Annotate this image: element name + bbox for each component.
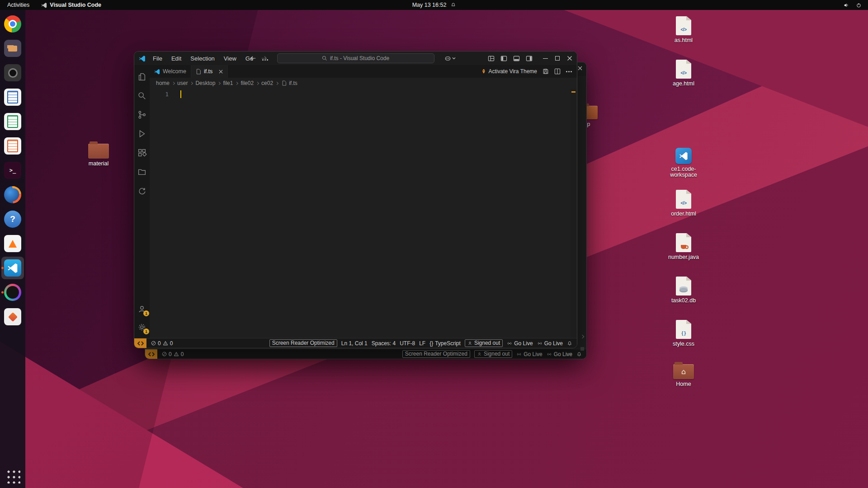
remote-explorer-icon[interactable] (137, 166, 147, 177)
chevron-right-icon (235, 81, 238, 84)
tab-welcome[interactable]: Welcome (150, 65, 191, 78)
accounts-icon[interactable]: 1 (137, 304, 147, 314)
activate-theme-button[interactable]: Activate Vira Theme (481, 68, 537, 75)
braces-icon: {} (429, 340, 433, 347)
account-status[interactable]: Signed out (465, 339, 503, 347)
dock-item-calc[interactable] (1, 110, 24, 133)
close-icon[interactable] (577, 66, 583, 71)
desktop-icon-task02-db[interactable]: task02.db (659, 277, 708, 304)
encoding-status[interactable]: UTF-8 (400, 340, 415, 347)
indentation-status[interactable]: Spaces: 4 (372, 340, 396, 347)
tab-if-ts[interactable]: if.ts (191, 65, 228, 78)
menu-edit[interactable]: Edit (168, 54, 185, 63)
cursor-position-status[interactable]: Ln 1, Col 1 (341, 340, 368, 347)
desktop-icon-number-java[interactable]: number.java (659, 233, 708, 260)
problems-status[interactable]: 0 0 (151, 340, 173, 347)
dock-item-help[interactable]: ? (1, 208, 24, 230)
chevron-right-icon (256, 81, 259, 84)
copilot-menu-icon[interactable] (444, 55, 456, 62)
menu-selection[interactable]: Selection (187, 54, 218, 63)
close-button[interactable] (567, 56, 572, 61)
focused-app-name[interactable]: Visual Studio Code (37, 2, 106, 8)
go-live-button[interactable]: Go Live (507, 340, 533, 347)
scroll-arrow-icon[interactable] (580, 335, 584, 338)
editor-area[interactable]: 1 (150, 89, 577, 338)
dock-item-ide[interactable] (1, 281, 24, 304)
screen-reader-status[interactable]: Screen Reader Optimized (269, 339, 337, 347)
desktop-icon-style-css[interactable]: { } style.css (659, 320, 708, 347)
split-editor-icon[interactable] (554, 68, 561, 75)
toggle-sidebar-icon[interactable] (500, 55, 507, 62)
maximize-button[interactable] (555, 56, 560, 61)
activity-bar: 1 1 (134, 65, 150, 338)
dock-item-impress[interactable] (1, 135, 24, 157)
remote-indicator[interactable] (145, 349, 157, 359)
show-applications-grid-icon[interactable] (5, 468, 20, 483)
more-actions-icon[interactable] (566, 71, 572, 72)
notifications-bell-icon[interactable] (576, 352, 582, 357)
breadcrumb-item[interactable]: Desktop (195, 80, 215, 86)
breadcrumb-item[interactable]: file1 (223, 80, 233, 86)
breadcrumb-item[interactable]: user (177, 80, 188, 86)
account-status[interactable]: Signed out (474, 350, 512, 358)
screen-reader-status[interactable]: Screen Reader Optimized (402, 350, 470, 358)
breadcrumb-item[interactable]: ce02 (261, 80, 273, 86)
extensions-icon[interactable] (137, 147, 147, 158)
chevron-right-icon (217, 81, 221, 84)
dock-item-terminal[interactable]: >_ (1, 159, 24, 182)
search-icon[interactable] (137, 90, 147, 101)
desktop-icon-order-html[interactable]: </> order.html (659, 190, 708, 217)
statusbar: 0 0 Screen Reader Optimized Ln 1, Col 1 … (134, 338, 577, 348)
breadcrumb-item[interactable]: home (156, 80, 170, 86)
notification-bell-icon (450, 2, 456, 8)
dock-item-vscode[interactable] (1, 257, 24, 279)
breadcrumb-item[interactable]: file02 (241, 80, 254, 86)
dock-item-writer[interactable] (1, 86, 24, 108)
clock-button[interactable]: May 13 16:52 (412, 2, 456, 8)
desktop-icon-as-html[interactable]: </> as.html (659, 16, 708, 43)
go-live-button[interactable]: Go Live (516, 351, 542, 357)
run-debug-icon[interactable] (137, 128, 147, 139)
dock-item-software[interactable] (1, 305, 24, 328)
breadcrumb-item-file[interactable]: if.ts (289, 80, 297, 86)
minimap[interactable] (571, 89, 577, 338)
language-status[interactable]: {} TypeScript (429, 340, 461, 347)
html-file-icon: </> (676, 190, 691, 209)
spreadsheet-icon (4, 113, 21, 130)
command-center-search[interactable]: if.ts - Visual Studio Code (277, 53, 434, 63)
source-control-icon[interactable] (137, 109, 147, 120)
go-live-button[interactable]: Go Live (537, 340, 563, 347)
desktop-icon-home[interactable]: ⌂ Home (659, 361, 708, 387)
minimap-cursor-mark (571, 91, 576, 93)
dock-item-files[interactable] (1, 37, 24, 60)
system-status-area[interactable] (843, 2, 868, 8)
desktop-icon-material[interactable]: material (74, 141, 123, 167)
desktop-icon-workspace[interactable]: ce1.code-workspace (659, 146, 708, 178)
dock-item-firefox[interactable] (1, 183, 24, 206)
tab-close-icon[interactable] (219, 70, 223, 74)
desktop-icon-label: number.java (668, 254, 699, 260)
scroll-handle[interactable] (580, 347, 584, 351)
navigate-back-icon[interactable] (250, 56, 256, 61)
toggle-secondary-sidebar-icon[interactable] (526, 55, 533, 62)
toggle-panel-icon[interactable] (513, 55, 520, 62)
customize-layout-icon[interactable] (488, 55, 495, 62)
settings-gear-icon[interactable]: 1 (137, 322, 147, 333)
navigate-forward-icon[interactable] (261, 56, 267, 61)
dock-item-vlc[interactable] (1, 232, 24, 255)
eol-status[interactable]: LF (419, 340, 425, 347)
menu-view[interactable]: View (220, 54, 240, 63)
desktop-icon-age-html[interactable]: </> age.html (659, 60, 708, 87)
activities-button[interactable]: Activities (0, 0, 37, 10)
save-icon[interactable] (542, 68, 549, 75)
dock-item-chrome[interactable] (1, 13, 24, 35)
notifications-bell-icon[interactable] (567, 341, 572, 346)
explorer-icon[interactable] (137, 71, 147, 82)
dock-item-camera[interactable] (1, 61, 24, 84)
go-live-button[interactable]: Go Live (547, 351, 572, 357)
remote-indicator[interactable] (134, 338, 146, 348)
minimize-button[interactable] (543, 58, 548, 59)
menu-file[interactable]: File (149, 54, 166, 63)
sync-icon[interactable] (137, 185, 147, 196)
problems-status[interactable]: 0 0 (162, 351, 184, 357)
